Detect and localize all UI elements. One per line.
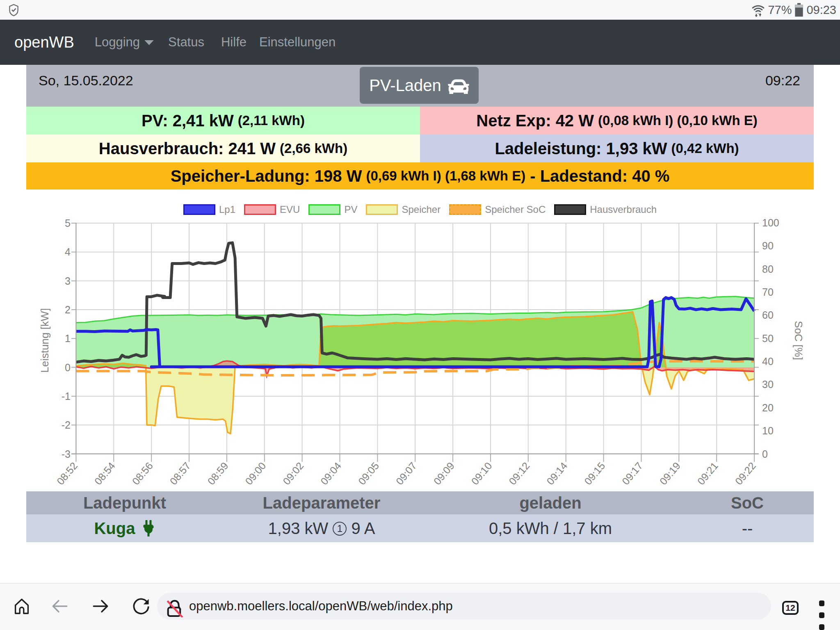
svg-text:-3: -3: [62, 448, 71, 460]
svg-text:80: 80: [762, 263, 774, 275]
svg-text:20: 20: [762, 402, 774, 413]
svg-text:1: 1: [65, 333, 71, 344]
svg-text:10: 10: [762, 425, 774, 436]
svg-text:3: 3: [65, 275, 71, 287]
svg-text:SoC [%]: SoC [%]: [792, 321, 805, 360]
svg-text:100: 100: [762, 217, 779, 228]
svg-text:5: 5: [65, 217, 71, 229]
svg-text:60: 60: [762, 309, 774, 321]
svg-text:90: 90: [762, 240, 774, 251]
svg-text:-2: -2: [62, 419, 71, 431]
svg-text:2: 2: [65, 304, 71, 315]
svg-text:40: 40: [762, 356, 774, 367]
svg-text:Leistung [kW]: Leistung [kW]: [39, 308, 51, 373]
svg-text:30: 30: [762, 379, 774, 390]
svg-text:0: 0: [65, 362, 71, 373]
svg-text:-1: -1: [62, 390, 71, 402]
svg-text:50: 50: [762, 333, 774, 344]
svg-text:70: 70: [762, 286, 774, 298]
svg-text:0: 0: [762, 448, 768, 460]
svg-text:4: 4: [65, 246, 71, 258]
